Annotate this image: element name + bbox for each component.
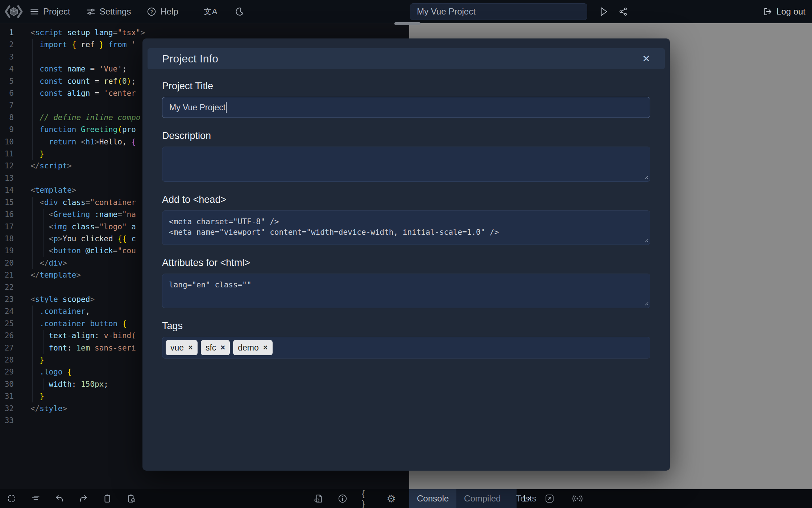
file-link-button[interactable] xyxy=(313,494,323,503)
code-text: <Greeting :name="na xyxy=(30,209,136,221)
logout-icon xyxy=(763,7,772,16)
tag-chip-label: vue xyxy=(170,343,184,353)
menu-project[interactable]: Project xyxy=(30,7,70,17)
line-number: 8 xyxy=(0,112,14,124)
line-number: 15 xyxy=(0,197,14,209)
resize-grip-icon[interactable] xyxy=(644,238,649,242)
indent-guide xyxy=(43,378,44,390)
head-label: Add to <head> xyxy=(162,194,650,205)
code-text: text-align: v-bind( xyxy=(30,330,136,342)
line-number: 21 xyxy=(0,269,14,281)
project-title-input[interactable]: My Vue Project xyxy=(162,97,650,118)
code-text: <p>You clicked {{ c xyxy=(30,233,136,245)
line-number: 26 xyxy=(0,330,14,342)
zoom-level-label: 1× xyxy=(522,493,532,504)
selection-icon xyxy=(7,494,16,503)
line-number: 18 xyxy=(0,233,14,245)
close-button[interactable]: ✕ xyxy=(642,54,650,64)
code-text: <style scoped> xyxy=(30,294,95,306)
bottom-bar: { } ⚙ Console Compiled Tests 1× xyxy=(0,489,812,508)
line-number: 5 xyxy=(0,75,14,87)
indent-guide xyxy=(43,330,44,354)
line-number: 12 xyxy=(0,160,14,172)
tags-input[interactable]: vue×sfc×demo× xyxy=(162,337,650,359)
remove-tag-button[interactable]: × xyxy=(220,344,225,352)
logout-label: Log out xyxy=(776,7,805,17)
translate-button[interactable]: 文A xyxy=(204,6,218,17)
zoom-level[interactable]: 1× xyxy=(522,489,532,508)
redo-button[interactable] xyxy=(78,494,88,503)
tab-compiled[interactable]: Compiled xyxy=(456,489,508,508)
format-code-button[interactable] xyxy=(30,494,41,503)
description-textarea[interactable] xyxy=(162,147,650,182)
project-title-label: Project Title xyxy=(162,81,650,92)
line-number: 13 xyxy=(0,172,14,184)
copy-button[interactable] xyxy=(102,494,112,503)
code-text: .container button { xyxy=(30,318,127,330)
undo-button[interactable] xyxy=(54,494,65,503)
line-number: 31 xyxy=(0,390,14,402)
code-text: </script> xyxy=(30,160,72,172)
menu-settings-label: Settings xyxy=(100,7,131,17)
menu-settings[interactable]: Settings xyxy=(86,7,131,17)
file-link-icon xyxy=(314,494,323,503)
code-text: <img class="logo" a xyxy=(30,221,136,233)
line-number: 11 xyxy=(0,148,14,160)
project-name-input[interactable] xyxy=(410,3,587,20)
paste-button[interactable] xyxy=(126,494,136,503)
share-icon xyxy=(618,7,628,16)
remove-tag-button[interactable]: × xyxy=(188,344,193,352)
text-caret xyxy=(226,102,227,113)
pane-resize-handle[interactable] xyxy=(394,22,420,25)
tags-label: Tags xyxy=(162,320,650,332)
line-number: 29 xyxy=(0,366,14,378)
resize-grip-icon[interactable] xyxy=(644,175,649,179)
braces-button[interactable]: { } xyxy=(362,488,372,508)
menu-help[interactable]: ? Help xyxy=(147,7,178,17)
indent-guide xyxy=(32,197,33,269)
indent-guide xyxy=(43,209,44,257)
line-number: 7 xyxy=(0,99,14,111)
info-button[interactable] xyxy=(337,494,348,503)
panel-tabs: Console Compiled Tests xyxy=(409,489,517,508)
close-icon: ✕ xyxy=(642,53,650,64)
resize-grip-icon[interactable] xyxy=(644,301,649,306)
gear-icon: ⚙ xyxy=(386,493,395,505)
theme-toggle-button[interactable] xyxy=(235,7,244,16)
open-external-button[interactable] xyxy=(544,489,555,508)
select-all-button[interactable] xyxy=(7,494,17,503)
head-textarea[interactable]: <meta charset="UTF-8" /> <meta name="vie… xyxy=(162,210,650,245)
code-text: </style> xyxy=(30,403,67,415)
logout-button[interactable]: Log out xyxy=(763,0,805,23)
code-text: .container, xyxy=(30,306,90,318)
live-reload-button[interactable] xyxy=(571,489,584,508)
line-number: 6 xyxy=(0,87,14,99)
code-text: <script setup lang="tsx"> xyxy=(30,27,145,39)
external-link-icon xyxy=(544,493,555,504)
tag-chip[interactable]: vue× xyxy=(166,340,198,355)
tag-chip[interactable]: demo× xyxy=(233,340,272,355)
line-number: 17 xyxy=(0,221,14,233)
code-text: <div class="container xyxy=(30,197,136,209)
line-number: 9 xyxy=(0,124,14,136)
svg-text:?: ? xyxy=(150,9,153,14)
tag-chip-label: demo xyxy=(238,343,259,353)
code-cube-logo-icon xyxy=(4,5,23,19)
remove-tag-button[interactable]: × xyxy=(263,344,268,352)
code-text: .logo { xyxy=(30,366,72,378)
code-text: width: 150px; xyxy=(30,378,108,390)
code-line[interactable]: 1<script setup lang="tsx"> xyxy=(0,27,409,39)
settings-button[interactable]: ⚙ xyxy=(386,493,396,505)
tag-chip[interactable]: sfc× xyxy=(201,340,230,355)
share-button[interactable] xyxy=(618,0,628,23)
line-number: 33 xyxy=(0,415,14,427)
html-attrs-textarea[interactable]: lang="en" class="" xyxy=(162,274,650,308)
html-attrs-label: Attributes for <html> xyxy=(162,257,650,269)
play-icon xyxy=(599,7,608,17)
tab-compiled-label: Compiled xyxy=(464,493,501,504)
app-logo xyxy=(4,5,23,19)
code-text: // define inline compo xyxy=(30,112,140,124)
line-number: 24 xyxy=(0,306,14,318)
tab-console[interactable]: Console xyxy=(409,489,456,508)
run-button[interactable] xyxy=(599,0,608,23)
